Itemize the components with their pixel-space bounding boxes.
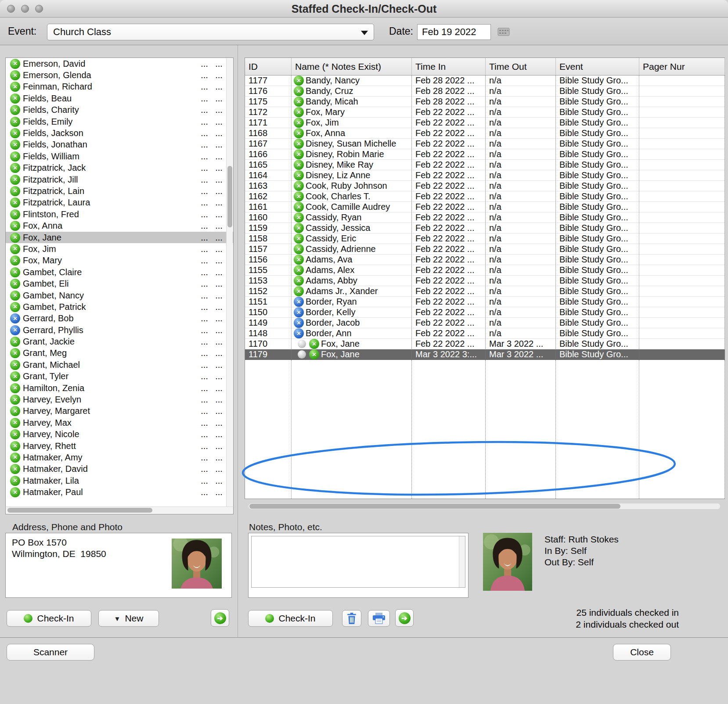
- detail-dots-2[interactable]: ...: [212, 117, 226, 127]
- detail-dots-1[interactable]: ...: [197, 128, 212, 138]
- detail-dots-1[interactable]: ...: [197, 82, 212, 92]
- roster-vertical-scrollbar[interactable]: [226, 58, 233, 506]
- list-item[interactable]: ✕ Hatmaker, Paul ... ...: [6, 486, 233, 498]
- table-row[interactable]: 1176 ✕ Bandy, Cruz Feb 28 2022 ... n/a B…: [245, 86, 725, 97]
- detail-dots-2[interactable]: ...: [212, 59, 226, 69]
- list-item[interactable]: ✕ Fields, Jackson ... ...: [6, 127, 233, 139]
- list-item[interactable]: ✕ Gambet, Claire ... ...: [6, 266, 233, 278]
- list-item[interactable]: ✕ Gerrard, Phyllis ... ...: [6, 324, 233, 336]
- detail-dots-1[interactable]: ...: [197, 140, 212, 150]
- detail-dots-1[interactable]: ...: [197, 453, 212, 463]
- detail-dots-2[interactable]: ...: [212, 255, 226, 266]
- date-input[interactable]: Feb 19 2022: [417, 24, 491, 40]
- detail-dots-2[interactable]: ...: [212, 313, 226, 323]
- zoom-window-button[interactable]: [35, 5, 43, 13]
- detail-dots-2[interactable]: ...: [212, 464, 226, 474]
- list-item[interactable]: ✕ Fox, Anna ... ...: [6, 220, 233, 231]
- detail-dots-2[interactable]: ...: [212, 221, 226, 231]
- list-item[interactable]: ✕ Grant, Meg ... ...: [6, 348, 233, 359]
- detail-dots-2[interactable]: ...: [212, 348, 226, 358]
- detail-dots-1[interactable]: ...: [197, 348, 212, 358]
- table-row[interactable]: 1152 ✕ Adams Jr., Xander Feb 22 2022 ...…: [245, 286, 725, 297]
- detail-dots-2[interactable]: ...: [212, 279, 226, 289]
- detail-dots-2[interactable]: ...: [212, 406, 226, 416]
- table-horizontal-scrollbar-thumb[interactable]: [249, 504, 620, 509]
- table-row[interactable]: 1179 ✕ Fox, Jane Mar 3 2022 3:... Mar 3 …: [245, 349, 725, 360]
- list-item[interactable]: ✕ Fitzpatrick, Jack ... ...: [6, 162, 233, 174]
- list-item[interactable]: ✕ Harvey, Nicole ... ...: [6, 429, 233, 440]
- notes-input[interactable]: [251, 536, 465, 588]
- detail-dots-2[interactable]: ...: [212, 209, 226, 219]
- detail-dots-2[interactable]: ...: [212, 105, 226, 115]
- detail-dots-2[interactable]: ...: [212, 82, 226, 92]
- detail-dots-1[interactable]: ...: [197, 175, 212, 185]
- table-row[interactable]: 1159 ✕ Cassidy, Jessica Feb 22 2022 ... …: [245, 223, 725, 233]
- detail-dots-2[interactable]: ...: [212, 371, 226, 381]
- list-item[interactable]: ✕ Hatmaker, David ... ...: [6, 463, 233, 475]
- list-item[interactable]: ✕ Fields, Beau ... ...: [6, 93, 233, 104]
- list-item[interactable]: ✕ Grant, Michael ... ...: [6, 359, 233, 370]
- detail-dots-2[interactable]: ...: [212, 418, 226, 428]
- detail-dots-1[interactable]: ...: [197, 105, 212, 115]
- table-row[interactable]: 1177 ✕ Bandy, Nancy Feb 28 2022 ... n/a …: [245, 75, 725, 86]
- list-item[interactable]: ✕ Fitzpatrick, Laura ... ...: [6, 197, 233, 208]
- table-row[interactable]: 1151 ✕ Border, Ryan Feb 22 2022 ... n/a …: [245, 297, 725, 307]
- detail-dots-1[interactable]: ...: [197, 233, 212, 243]
- table-horizontal-scrollbar[interactable]: [248, 503, 721, 510]
- list-item[interactable]: ✕ Gambet, Nancy ... ...: [6, 290, 233, 301]
- detail-dots-1[interactable]: ...: [197, 441, 212, 451]
- detail-dots-1[interactable]: ...: [197, 209, 212, 219]
- table-row[interactable]: 1150 ✕ Border, Kelly Feb 22 2022 ... n/a…: [245, 307, 725, 318]
- table-row[interactable]: 1157 ✕ Cassidy, Adrienne Feb 22 2022 ...…: [245, 244, 725, 255]
- roster-horizontal-scrollbar-thumb[interactable]: [7, 508, 152, 513]
- checkin-button-left[interactable]: Check-In: [7, 610, 91, 627]
- list-item[interactable]: ✕ Harvey, Max ... ...: [6, 417, 233, 428]
- detail-dots-1[interactable]: ...: [197, 395, 212, 405]
- detail-dots-1[interactable]: ...: [197, 406, 212, 416]
- table-row[interactable]: 1163 ✕ Cook, Ruby Johnson Feb 22 2022 ..…: [245, 181, 725, 191]
- column-header-name[interactable]: Name (* Notes Exist): [292, 58, 412, 75]
- detail-dots-2[interactable]: ...: [212, 233, 226, 243]
- detail-dots-2[interactable]: ...: [212, 487, 226, 497]
- detail-dots-2[interactable]: ...: [212, 70, 226, 80]
- detail-dots-1[interactable]: ...: [197, 267, 212, 277]
- list-item[interactable]: ✕ Harvey, Margaret ... ...: [6, 406, 233, 417]
- detail-dots-2[interactable]: ...: [212, 267, 226, 277]
- detail-dots-2[interactable]: ...: [212, 453, 226, 463]
- table-row[interactable]: 1156 ✕ Adams, Ava Feb 22 2022 ... n/a Bi…: [245, 255, 725, 265]
- detail-dots-1[interactable]: ...: [197, 244, 212, 254]
- close-window-button[interactable]: [7, 5, 15, 13]
- detail-dots-2[interactable]: ...: [212, 325, 226, 335]
- list-item[interactable]: ✕ Gambet, Patrick ... ...: [6, 301, 233, 312]
- detail-dots-1[interactable]: ...: [197, 186, 212, 196]
- detail-dots-1[interactable]: ...: [197, 337, 212, 347]
- list-item[interactable]: ✕ Emerson, Glenda ... ...: [6, 69, 233, 81]
- detail-dots-1[interactable]: ...: [197, 163, 212, 173]
- table-row[interactable]: 1158 ✕ Cassidy, Eric Feb 22 2022 ... n/a…: [245, 233, 725, 244]
- detail-dots-2[interactable]: ...: [212, 198, 226, 208]
- detail-dots-2[interactable]: ...: [212, 360, 226, 370]
- detail-dots-1[interactable]: ...: [197, 487, 212, 497]
- column-header-pager[interactable]: Pager Nur: [639, 58, 725, 75]
- list-item[interactable]: ✕ Fox, Jane ... ...: [6, 232, 233, 243]
- table-row[interactable]: 1161 ✕ Cook, Camille Audrey Feb 22 2022 …: [245, 202, 725, 212]
- table-row[interactable]: 1167 ✕ Disney, Susan Michelle Feb 22 202…: [245, 139, 725, 149]
- detail-dots-2[interactable]: ...: [212, 244, 226, 254]
- detail-dots-1[interactable]: ...: [197, 117, 212, 127]
- detail-dots-2[interactable]: ...: [212, 337, 226, 347]
- detail-dots-2[interactable]: ...: [212, 175, 226, 185]
- list-item[interactable]: ✕ Feinman, Richard ... ...: [6, 81, 233, 93]
- list-item[interactable]: ✕ Hatmaker, Amy ... ...: [6, 452, 233, 463]
- list-item[interactable]: ✕ Fox, Mary ... ...: [6, 255, 233, 266]
- table-row[interactable]: 1172 ✕ Fox, Mary Feb 22 2022 ... n/a Bib…: [245, 107, 725, 118]
- detail-dots-2[interactable]: ...: [212, 395, 226, 405]
- checkin-button-right[interactable]: Check-In: [248, 610, 333, 627]
- detail-dots-1[interactable]: ...: [197, 313, 212, 323]
- detail-dots-1[interactable]: ...: [197, 418, 212, 428]
- close-button[interactable]: Close: [613, 644, 671, 661]
- list-item[interactable]: ✕ Flintston, Fred ... ...: [6, 208, 233, 220]
- detail-dots-1[interactable]: ...: [197, 464, 212, 474]
- calendar-icon[interactable]: [497, 27, 510, 36]
- table-row[interactable]: 1149 ✕ Border, Jacob Feb 22 2022 ... n/a…: [245, 318, 725, 328]
- list-item[interactable]: ✕ Fitzpatrick, Jill ... ...: [6, 174, 233, 185]
